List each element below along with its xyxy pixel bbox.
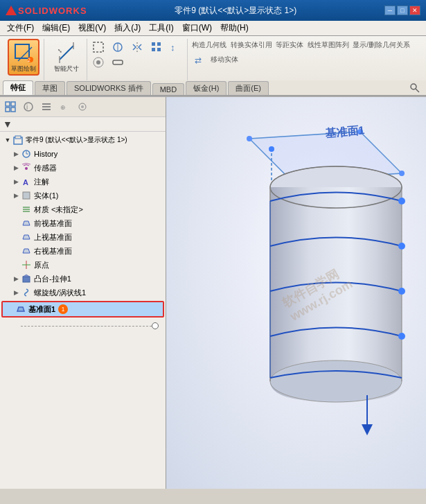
menu-window[interactable]: 窗口(W) (178, 21, 216, 35)
sketch-label: 草图绘制 (11, 65, 36, 73)
svg-point-65 (398, 288, 405, 295)
component-icon (12, 134, 24, 146)
tab-features[interactable]: 特征 (3, 80, 33, 95)
svg-rect-26 (11, 107, 15, 112)
menu-bar: 文件(F) 编辑(E) 视图(V) 插入(J) 工具(I) 窗口(W) 帮助(H… (0, 21, 426, 36)
svg-text:⇄: ⇄ (195, 55, 202, 65)
appearance-manager-button[interactable] (74, 99, 91, 114)
tab-sketch[interactable]: 草图 (35, 81, 65, 95)
filter-bar: ▼ (0, 117, 166, 132)
svg-marker-47 (23, 235, 30, 239)
connector-end (152, 322, 159, 329)
tree-item-plane1[interactable]: ▶ 基准面1 1 (3, 302, 163, 316)
tree-item-history[interactable]: ▶ History (0, 147, 166, 161)
tab-surface[interactable]: 曲面(E) (228, 81, 269, 95)
close-button[interactable]: ✕ (409, 6, 420, 15)
dxf-manager-button[interactable]: ⊕ (56, 99, 73, 114)
tree-item-helix[interactable]: ▶ 螺旋线/涡状线1 (0, 286, 166, 299)
viewport[interactable]: 基准面1 (166, 97, 426, 489)
solid-arrow: ▶ (11, 191, 21, 200)
right-plane-icon (21, 245, 32, 257)
svg-rect-31 (42, 109, 51, 110)
sketch-icon: 2 (12, 42, 35, 64)
component-root[interactable]: ▼ 零件9 (默认<<默认>显示状态 1>) (0, 133, 166, 147)
plane1-icon (15, 304, 26, 315)
menu-insert[interactable]: 插入(J) (110, 21, 145, 35)
tree-item-boss-extrude[interactable]: ▶ 凸台-拉伸1 (0, 272, 166, 286)
title-bar: SOLIDWORKS 零件9 (默认<<默认>显示状态 1>) ─ □ ✕ (0, 0, 426, 21)
tree-item-solid[interactable]: ▶ 实体(1) (0, 189, 166, 202)
feature-manager-button[interactable] (2, 99, 19, 114)
component-label: 零件9 (默认<<默认>显示状态 1>) (26, 135, 127, 145)
svg-rect-42 (23, 192, 30, 199)
svg-text:⊕: ⊕ (60, 104, 66, 111)
construct-geometry-button[interactable] (90, 40, 107, 54)
material-label: 材质 <未指定> (34, 205, 83, 215)
property-manager-button[interactable]: i (20, 99, 37, 114)
sensors-icon (21, 162, 32, 173)
svg-rect-23 (6, 102, 10, 106)
tree-item-plane1-container: ▶ 基准面1 1 (1, 301, 164, 318)
solid-icon (21, 190, 32, 201)
svg-marker-48 (23, 249, 30, 253)
solid-label: 实体(1) (34, 191, 58, 201)
svg-marker-46 (23, 221, 30, 225)
front-plane-label: 前视基准面 (34, 218, 72, 229)
menu-file[interactable]: 文件(F) (3, 21, 38, 35)
svg-point-69 (269, 146, 274, 152)
logo-text: SOLIDWORKS (18, 6, 87, 16)
svg-point-21 (411, 84, 416, 89)
connector-area (0, 319, 166, 333)
sensors-label: 传感器 (34, 163, 57, 173)
tree-item-sensors[interactable]: ▶ 传感器 (0, 161, 166, 175)
tab-plugins[interactable]: SOLIDWORKS 插件 (66, 81, 151, 95)
tab-strip: 特征 草图 SOLIDWORKS 插件 MBD 钣金(H) 曲面(E) (0, 80, 426, 96)
history-arrow: ▶ (11, 149, 21, 159)
tree-item-origin[interactable]: ▶ 原点 (0, 258, 166, 272)
convert-entities-button[interactable] (109, 40, 126, 54)
history-label: History (34, 150, 57, 158)
menu-view[interactable]: 视图(V) (74, 21, 110, 35)
svg-rect-30 (42, 106, 51, 107)
filter-icon: ▼ (3, 119, 12, 130)
svg-rect-51 (23, 277, 30, 282)
dimension-icon: ⤡ (55, 42, 78, 64)
svg-rect-19 (113, 60, 123, 64)
sketch-button[interactable]: 2 草图绘制 (8, 39, 39, 76)
ribbon-group-sketch: 2 草图绘制 (3, 39, 44, 80)
tree-item-right-plane[interactable]: ▶ 右视基准面 (0, 244, 166, 258)
tree-item-material[interactable]: ▶ 材质 <未指定> (0, 202, 166, 216)
tab-mbd[interactable]: MBD (152, 83, 184, 95)
offset-button[interactable] (90, 55, 107, 69)
show-delete-relations-button[interactable]: ↕ (168, 40, 184, 54)
menu-edit[interactable]: 编辑(E) (38, 21, 74, 35)
search-button[interactable] (407, 81, 423, 95)
ribbon-group-dimension: ⤡ 智能尺寸 (46, 39, 87, 80)
configuration-manager-button[interactable] (38, 99, 55, 114)
annotations-label: 注解 (34, 177, 49, 187)
move-entities-button[interactable]: ⇄ (192, 53, 208, 67)
main-area: i ⊕ (0, 97, 426, 489)
tree-item-annotations[interactable]: ▶ A 注解 (0, 175, 166, 189)
right-plane-label: 右视基准面 (34, 246, 72, 257)
front-plane-icon (21, 218, 32, 229)
tab-sheetmetal[interactable]: 钣金(H) (186, 81, 227, 95)
linear-pattern-button[interactable] (148, 40, 165, 54)
menu-tools[interactable]: 工具(I) (145, 21, 177, 35)
svg-rect-36 (15, 136, 21, 139)
maximize-button[interactable]: □ (397, 6, 408, 15)
menu-help[interactable]: 帮助(H) (216, 21, 253, 35)
trim-button[interactable] (109, 55, 126, 69)
boss-icon (21, 273, 32, 284)
svg-point-57 (399, 171, 405, 176)
tree-item-front-plane[interactable]: ▶ 前视基准面 (0, 216, 166, 230)
3d-viewport-svg: 基准面1 (208, 125, 426, 464)
dimension-button[interactable]: ⤡ 智能尺寸 (53, 39, 80, 75)
tree-item-top-plane[interactable]: ▶ 上视基准面 (0, 230, 166, 244)
minimize-button[interactable]: ─ (384, 6, 396, 15)
svg-rect-15 (157, 48, 161, 51)
boss-arrow: ▶ (11, 274, 21, 284)
origin-icon (21, 259, 32, 270)
mirror-entities-button[interactable] (129, 40, 145, 54)
boss-label: 凸台-拉伸1 (34, 274, 71, 284)
